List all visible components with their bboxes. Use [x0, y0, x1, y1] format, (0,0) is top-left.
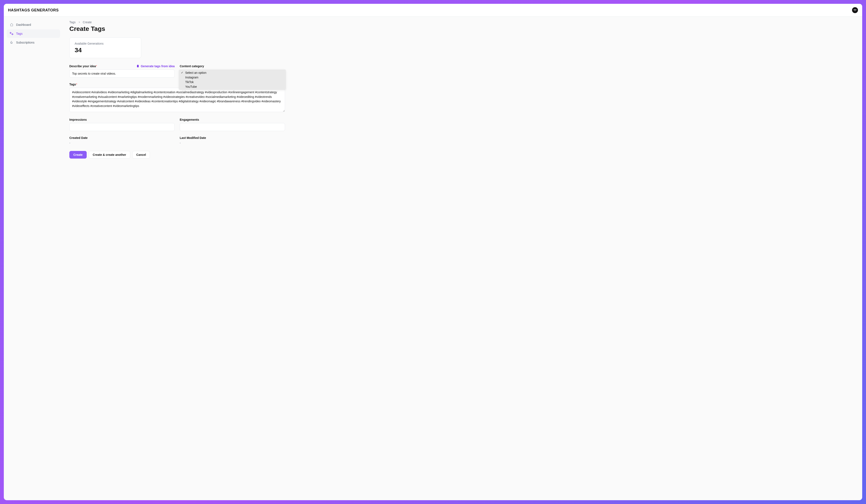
modified-label: Last Modified Date — [180, 136, 206, 139]
field-describe: Describe your idea* Generate tags from i… — [69, 65, 175, 78]
field-created-date: Created Date - — [69, 136, 175, 145]
svg-rect-0 — [137, 65, 139, 67]
sidebar: Dashboard Tags Subscriptions — [4, 17, 63, 500]
field-modified-date: Last Modified Date - — [180, 136, 285, 145]
created-value: - — [69, 141, 175, 145]
field-category: Content category Select an option Instag… — [180, 65, 285, 78]
svg-rect-1 — [137, 65, 138, 65]
main-content: Tags Create Create Tags Available Genera… — [63, 17, 293, 500]
impressions-label: Impressions — [69, 118, 87, 121]
sidebar-item-label: Tags — [16, 32, 23, 35]
generations-card: Available Generations 34 — [69, 37, 141, 58]
flame-icon — [10, 41, 13, 44]
breadcrumb-root[interactable]: Tags — [69, 21, 76, 24]
field-engagements: Engagements — [180, 118, 285, 131]
create-button[interactable]: Create — [69, 151, 87, 159]
sparkles-icon — [10, 32, 13, 35]
page-title: Create Tags — [69, 25, 285, 32]
category-dropdown: Select an option Instagram TikTok YouTub… — [179, 69, 286, 90]
clipboard-icon — [136, 65, 140, 68]
avatar[interactable]: TT — [852, 7, 858, 13]
impressions-input[interactable] — [69, 123, 175, 131]
home-icon — [10, 23, 13, 27]
field-impressions: Impressions — [69, 118, 175, 131]
tags-textarea[interactable]: #videocontent #viralvideos #videomarketi… — [69, 88, 285, 112]
cancel-button[interactable]: Cancel — [132, 151, 150, 159]
topbar: HASHTAGS GENERATORS TT — [4, 4, 862, 17]
app-window: HASHTAGS GENERATORS TT Dashboard Tags S — [4, 4, 862, 500]
describe-label: Describe your idea* — [69, 65, 97, 68]
category-option-youtube[interactable]: YouTube — [179, 85, 286, 89]
sidebar-item-tags[interactable]: Tags — [7, 30, 60, 38]
category-label: Content category — [180, 65, 204, 68]
action-buttons: Create Create & create another Cancel — [69, 151, 285, 159]
generations-label: Available Generations — [75, 42, 136, 45]
category-option-instagram[interactable]: Instagram — [179, 75, 286, 80]
describe-input[interactable] — [69, 69, 175, 78]
category-option-tiktok[interactable]: TikTok — [179, 80, 286, 85]
created-label: Created Date — [69, 136, 88, 139]
sidebar-item-label: Subscriptions — [16, 41, 34, 44]
breadcrumb: Tags Create — [69, 21, 285, 24]
generations-value: 34 — [75, 46, 136, 54]
engagements-label: Engagements — [180, 118, 199, 121]
sidebar-item-label: Dashboard — [16, 23, 31, 26]
breadcrumb-current: Create — [83, 21, 92, 24]
engagements-input[interactable] — [180, 123, 285, 131]
create-another-button[interactable]: Create & create another — [89, 151, 130, 159]
sidebar-item-dashboard[interactable]: Dashboard — [7, 21, 60, 29]
sidebar-item-subscriptions[interactable]: Subscriptions — [7, 38, 60, 47]
brand-title: HASHTAGS GENERATORS — [8, 8, 59, 12]
generate-tags-link[interactable]: Generate tags from idea — [136, 65, 175, 68]
tags-label: Tags* — [69, 83, 77, 86]
category-option-placeholder[interactable]: Select an option — [179, 70, 286, 75]
chevron-right-icon — [78, 21, 81, 24]
modified-value: - — [180, 141, 285, 145]
